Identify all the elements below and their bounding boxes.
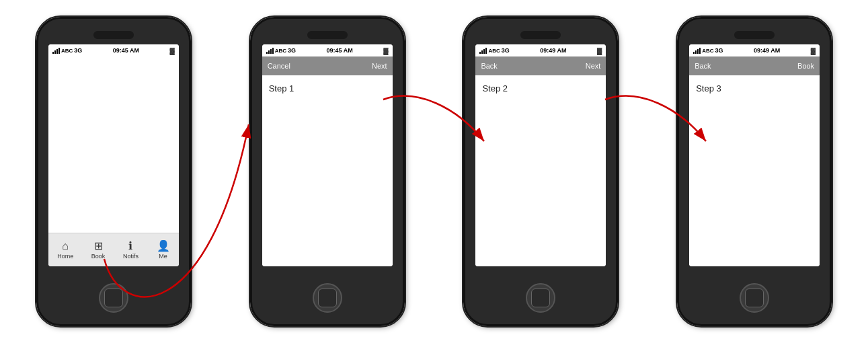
home-button-inner-3 xyxy=(531,289,550,307)
tab-home[interactable]: ⌂ Home xyxy=(57,241,73,260)
tab-book[interactable]: ⊞ Book xyxy=(91,241,106,260)
screen-1: ABC 3G 09:45 AM ▓ ⌂ Home ⊞ Book xyxy=(48,44,179,266)
home-button-inner-2 xyxy=(318,289,337,307)
home-button-3[interactable] xyxy=(526,283,555,313)
me-icon: 👤 xyxy=(157,241,170,252)
nav-bar-4: Back Book xyxy=(689,56,820,75)
signal-1 xyxy=(52,47,60,54)
home-button-1[interactable] xyxy=(99,283,128,313)
earpiece-2 xyxy=(307,31,348,39)
status-right-3: ▓ xyxy=(597,47,602,54)
home-button-inner-4 xyxy=(745,289,764,307)
bar4 xyxy=(58,48,60,54)
back-button-3[interactable]: Back xyxy=(481,62,497,70)
step-label-2: Step 1 xyxy=(269,83,294,93)
tab-me[interactable]: 👤 Me xyxy=(157,241,170,260)
bottom-space-1 xyxy=(99,266,128,324)
battery-4: ▓ xyxy=(811,47,816,54)
next-button-3[interactable]: Next xyxy=(586,62,601,70)
signal-3 xyxy=(479,47,487,54)
book-icon: ⊞ xyxy=(94,241,103,252)
content-4: Step 3 xyxy=(689,75,820,266)
tab-bar-1: ⌂ Home ⊞ Book ℹ Notifs 👤 Me xyxy=(48,233,179,266)
screen-3: ABC 3G 09:49 AM ▓ Back Next Step 2 xyxy=(475,44,606,266)
notifs-icon: ℹ xyxy=(128,241,132,252)
phone-1: ABC 3G 09:45 AM ▓ ⌂ Home ⊞ Book xyxy=(36,17,191,326)
tab-book-label: Book xyxy=(91,253,106,260)
status-left-3: ABC 3G xyxy=(479,47,509,54)
status-left-1: ABC 3G xyxy=(52,47,82,54)
time-3: 09:49 AM xyxy=(540,47,566,54)
status-bar-1: ABC 3G 09:45 AM ▓ xyxy=(48,44,179,56)
screen-4: ABC 3G 09:49 AM ▓ Back Book Step 3 xyxy=(689,44,820,266)
bar1 xyxy=(52,52,54,54)
step-label-4: Step 3 xyxy=(696,83,721,93)
bar2 xyxy=(54,50,56,54)
signal-4 xyxy=(693,47,701,54)
status-right-4: ▓ xyxy=(811,47,816,54)
time-2: 09:45 AM xyxy=(327,47,353,54)
battery-1: ▓ xyxy=(170,47,175,54)
battery-2: ▓ xyxy=(383,47,388,54)
earpiece-3 xyxy=(520,31,561,39)
network-3: 3G xyxy=(502,47,510,54)
content-3: Step 2 xyxy=(475,75,606,266)
back-button-4[interactable]: Back xyxy=(695,62,711,70)
network-1: 3G xyxy=(74,47,82,54)
bottom-space-2 xyxy=(313,266,342,324)
status-bar-2: ABC 3G 09:45 AM ▓ xyxy=(262,44,393,56)
phone-3: ABC 3G 09:49 AM ▓ Back Next Step 2 xyxy=(463,17,618,326)
home-button-4[interactable] xyxy=(740,283,769,313)
book-button-4[interactable]: Book xyxy=(797,62,814,70)
nav-bar-3: Back Next xyxy=(475,56,606,75)
nav-bar-2: Cancel Next xyxy=(262,56,393,75)
screen-2: ABC 3G 09:45 AM ▓ Cancel Next Step 1 xyxy=(262,44,393,266)
network-2: 3G xyxy=(288,47,296,54)
content-2: Step 1 xyxy=(262,75,393,266)
carrier-1: ABC xyxy=(61,48,73,54)
earpiece-1 xyxy=(93,31,134,39)
status-bar-4: ABC 3G 09:49 AM ▓ xyxy=(689,44,820,56)
time-1: 09:45 AM xyxy=(113,47,139,54)
bottom-space-4 xyxy=(740,266,769,324)
home-icon: ⌂ xyxy=(62,241,69,252)
phone-4: ABC 3G 09:49 AM ▓ Back Book Step 3 xyxy=(677,17,832,326)
content-1 xyxy=(48,56,179,233)
battery-3: ▓ xyxy=(597,47,602,54)
bar3 xyxy=(56,49,58,54)
main-scene: ABC 3G 09:45 AM ▓ ⌂ Home ⊞ Book xyxy=(0,0,868,343)
bottom-space-3 xyxy=(526,266,555,324)
earpiece-4 xyxy=(734,31,775,39)
home-button-inner-1 xyxy=(104,289,123,307)
carrier-3: ABC xyxy=(488,48,500,54)
status-right-2: ▓ xyxy=(383,47,388,54)
network-4: 3G xyxy=(715,47,723,54)
carrier-4: ABC xyxy=(702,48,713,54)
signal-2 xyxy=(266,47,274,54)
tab-notifs[interactable]: ℹ Notifs xyxy=(123,241,139,260)
step-label-3: Step 2 xyxy=(482,83,508,93)
next-button-2[interactable]: Next xyxy=(372,62,387,70)
tab-notifs-label: Notifs xyxy=(123,253,139,260)
time-4: 09:49 AM xyxy=(754,47,780,54)
status-bar-3: ABC 3G 09:49 AM ▓ xyxy=(475,44,606,56)
tab-me-label: Me xyxy=(159,253,167,260)
carrier-2: ABC xyxy=(275,48,286,54)
status-left-2: ABC 3G xyxy=(266,47,296,54)
phone-2: ABC 3G 09:45 AM ▓ Cancel Next Step 1 xyxy=(250,17,405,326)
home-button-2[interactable] xyxy=(313,283,342,313)
tab-home-label: Home xyxy=(57,253,73,260)
cancel-button[interactable]: Cancel xyxy=(268,62,290,70)
status-right-1: ▓ xyxy=(170,47,175,54)
status-left-4: ABC 3G xyxy=(693,47,723,54)
